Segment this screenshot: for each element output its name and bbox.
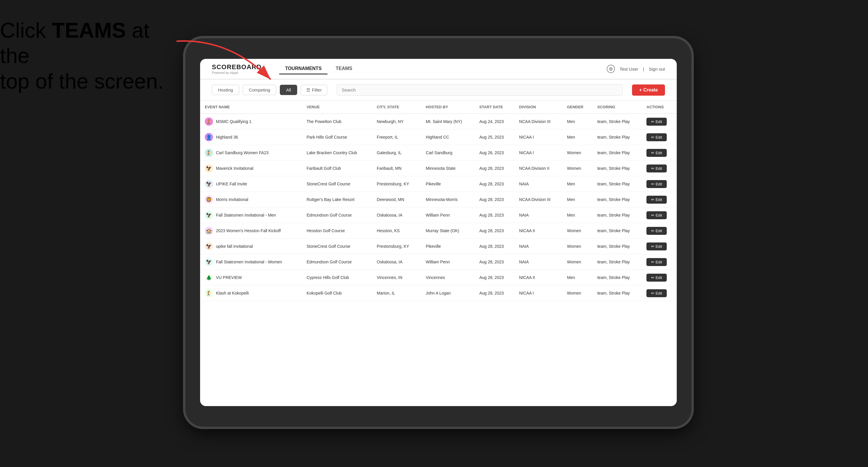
table-header-row: EVENT NAME VENUE CITY, STATE HOSTED BY S… <box>200 101 677 114</box>
edit-button[interactable]: ✏ Edit <box>646 133 667 141</box>
nav-teams[interactable]: TEAMS <box>330 64 358 74</box>
cell-scoring: team, Stroke Play <box>593 129 642 145</box>
cell-division: NICAA I <box>514 129 562 145</box>
cell-scoring: team, Stroke Play <box>593 208 642 223</box>
cell-date: Aug 28, 2023 <box>475 239 514 254</box>
cell-scoring: team, Stroke Play <box>593 270 642 285</box>
team-logo: 🦅 <box>205 258 213 266</box>
table-row: 🦅 Maverick Invitational Faribault Golf C… <box>200 161 677 176</box>
filter-button[interactable]: ☰ Filter <box>301 85 327 95</box>
edit-button[interactable]: ✏ Edit <box>646 164 667 173</box>
cell-hosted: Minnesota State <box>421 161 475 176</box>
cell-venue: Edmundson Golf Course <box>302 208 372 223</box>
cell-venue: The Powelton Club <box>302 114 372 129</box>
cell-hosted: Vincennes <box>421 270 475 285</box>
cell-gender: Women <box>562 223 593 239</box>
cell-gender: Women <box>562 239 593 254</box>
cell-scoring: team, Stroke Play <box>593 285 642 301</box>
event-name: Highland 36 <box>216 135 238 139</box>
col-start-date: START DATE <box>475 101 514 114</box>
edit-button[interactable]: ✏ Edit <box>646 258 667 266</box>
create-button[interactable]: + Create <box>632 85 665 96</box>
cell-division: NCAA Division II <box>514 161 562 176</box>
col-actions: ACTIONS <box>642 101 677 114</box>
tournaments-table: EVENT NAME VENUE CITY, STATE HOSTED BY S… <box>200 101 677 301</box>
cell-event-name: 🦅 Fall Statesmen Invitational - Men <box>200 208 302 223</box>
edit-button[interactable]: ✏ Edit <box>646 274 667 282</box>
user-name: Test User <box>620 66 638 71</box>
event-name: 2023 Women's Hesston Fall Kickoff <box>216 228 281 233</box>
cell-gender: Men <box>562 270 593 285</box>
team-logo: 🏌️ <box>205 289 213 297</box>
cell-gender: Women <box>562 145 593 161</box>
gear-icon[interactable]: ⚙ <box>607 65 615 73</box>
cell-gender: Women <box>562 254 593 270</box>
cell-venue: Cypress Hills Golf Club <box>302 270 372 285</box>
cell-division: NAIA <box>514 254 562 270</box>
search-box <box>337 84 623 96</box>
team-logo: 🏌️ <box>205 117 213 126</box>
cell-actions: ✏ Edit <box>642 114 677 129</box>
table-row: 🏫 2023 Women's Hesston Fall Kickoff Hess… <box>200 223 677 239</box>
cell-venue: Kokopelli Golf Club <box>302 285 372 301</box>
cell-hosted: Mt. Saint Mary (NY) <box>421 114 475 129</box>
cell-date: Aug 24, 2023 <box>475 114 514 129</box>
table-row: 🏌️ Klash at Kokopelli Kokopelli Golf Clu… <box>200 285 677 301</box>
edit-button[interactable]: ✏ Edit <box>646 149 667 157</box>
edit-button[interactable]: ✏ Edit <box>646 227 667 235</box>
cell-gender: Men <box>562 129 593 145</box>
edit-button[interactable]: ✏ Edit <box>646 243 667 250</box>
edit-button[interactable]: ✏ Edit <box>646 118 667 126</box>
edit-button[interactable]: ✏ Edit <box>646 196 667 204</box>
team-logo: 🦅 <box>205 164 213 173</box>
cell-date: Aug 28, 2023 <box>475 254 514 270</box>
table-header: EVENT NAME VENUE CITY, STATE HOSTED BY S… <box>200 101 677 114</box>
cell-scoring: team, Stroke Play <box>593 254 642 270</box>
table-row: 🏌 Carl Sandburg Women FA23 Lake Bracken … <box>200 145 677 161</box>
cell-scoring: team, Stroke Play <box>593 145 642 161</box>
cell-event-name: 🌲 VU PREVIEW <box>200 270 302 285</box>
cell-city: Deerwood, MN <box>372 192 421 208</box>
cell-city: Vincennes, IN <box>372 270 421 285</box>
col-division: DIVISION <box>514 101 562 114</box>
search-input[interactable] <box>337 84 623 96</box>
table-row: 🦅 Fall Statesmen Invitational - Women Ed… <box>200 254 677 270</box>
cell-gender: Men <box>562 176 593 192</box>
cell-date: Aug 28, 2023 <box>475 208 514 223</box>
cell-hosted: Pikeville <box>421 239 475 254</box>
cell-actions: ✏ Edit <box>642 145 677 161</box>
cell-venue: Park Hills Golf Course <box>302 129 372 145</box>
table-row: 🌲 VU PREVIEW Cypress Hills Golf Club Vin… <box>200 270 677 285</box>
cell-date: Aug 26, 2023 <box>475 145 514 161</box>
edit-button[interactable]: ✏ Edit <box>646 211 667 219</box>
col-scoring: SCORING <box>593 101 642 114</box>
team-logo: 🌲 <box>205 273 213 282</box>
cell-division: NAIA <box>514 239 562 254</box>
cell-date: Aug 25, 2023 <box>475 129 514 145</box>
tablet-frame: SCOREBOARD Powered by clippit TOURNAMENT… <box>185 38 691 427</box>
nav-links: TOURNAMENTS TEAMS <box>279 64 607 74</box>
cell-actions: ✏ Edit <box>642 285 677 301</box>
instruction-bold: TEAMS <box>52 19 126 42</box>
cell-date: Aug 28, 2023 <box>475 192 514 208</box>
cell-actions: ✏ Edit <box>642 270 677 285</box>
event-name: MSMC Qualifying 1 <box>216 119 252 124</box>
edit-button[interactable]: ✏ Edit <box>646 289 667 297</box>
cell-scoring: team, Stroke Play <box>593 176 642 192</box>
cell-venue: StoneCrest Golf Course <box>302 239 372 254</box>
cell-division: NCAA Division III <box>514 114 562 129</box>
sign-out-link[interactable]: Sign out <box>649 66 665 71</box>
nav-right: ⚙ Test User | Sign out <box>607 65 665 73</box>
cell-venue: StoneCrest Golf Course <box>302 176 372 192</box>
edit-button[interactable]: ✏ Edit <box>646 180 667 188</box>
cell-city: Oskaloosa, IA <box>372 254 421 270</box>
cell-event-name: 🏌️ MSMC Qualifying 1 <box>200 114 302 129</box>
col-city-state: CITY, STATE <box>372 101 421 114</box>
cell-actions: ✏ Edit <box>642 161 677 176</box>
event-name: Maverick Invitational <box>216 166 253 171</box>
cell-event-name: 🏌️ Klash at Kokopelli <box>200 285 302 301</box>
cell-city: Prestonsburg, KY <box>372 239 421 254</box>
cell-venue: Lake Bracken Country Club <box>302 145 372 161</box>
table-row: 🏌️ MSMC Qualifying 1 The Powelton Club N… <box>200 114 677 129</box>
event-name: upike fall invitational <box>216 244 253 249</box>
